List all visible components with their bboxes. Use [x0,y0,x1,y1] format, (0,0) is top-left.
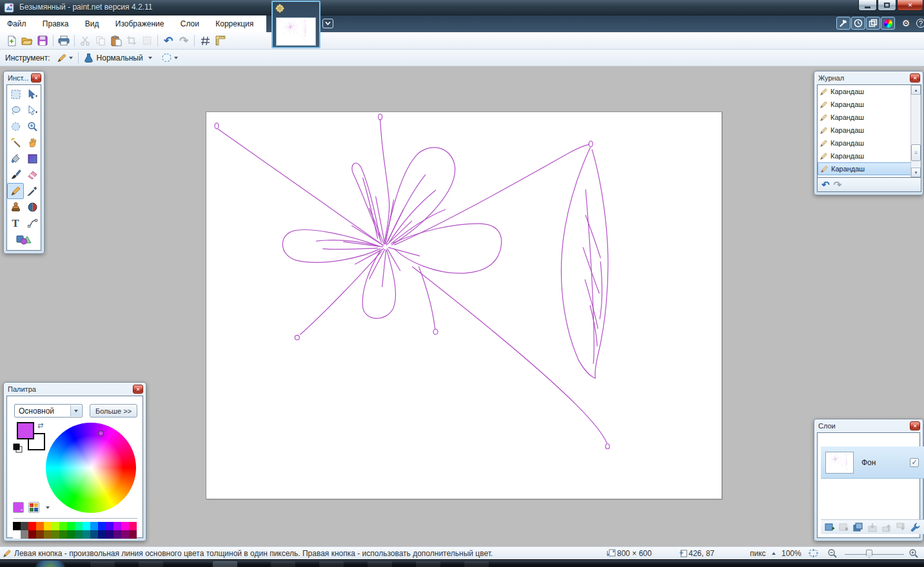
palette-more-button[interactable]: Больше >> [90,404,137,418]
default-colors-icon[interactable] [13,443,23,454]
tool-color-picker[interactable] [24,183,41,199]
color-wheel[interactable] [46,423,136,513]
palette-swatch[interactable] [52,530,59,539]
menu-view[interactable]: Вид [78,15,106,32]
add-recent-color-button[interactable]: + [13,502,24,513]
palette-swatch[interactable] [36,530,44,539]
zoom-slider-thumb[interactable] [866,550,872,558]
palette-swatch[interactable] [75,530,83,539]
tool-move-selection[interactable] [24,102,41,119]
scroll-thumb[interactable]: ≡ [911,144,921,161]
taskbar-app[interactable] [271,561,295,567]
history-undo-button[interactable]: ↶ [821,180,830,189]
history-item[interactable]: Карандаш [818,124,911,137]
image-list-button[interactable] [322,19,333,28]
windows-taskbar[interactable] [0,559,924,567]
maximize-button[interactable] [878,0,896,11]
tool-magic-wand[interactable] [7,135,24,151]
tool-text[interactable]: T [7,215,24,231]
palette-swatch[interactable] [59,522,67,530]
palette-swatch[interactable] [90,522,98,530]
palette-panel-close-button[interactable]: ✕ [133,385,143,394]
menu-edit[interactable]: Правка [35,15,76,32]
add-layer-button[interactable] [823,522,836,533]
history-panel-close-button[interactable]: ✕ [910,73,920,82]
history-item[interactable]: Карандаш [818,149,911,162]
toggle-tools-panel-button[interactable] [836,17,850,30]
blend-mode-dropdown[interactable]: Нормальный [81,52,155,64]
layer-visible-checkbox[interactable]: ✓ [910,458,919,467]
menu-file[interactable]: Файл [0,15,34,32]
tool-rectangle-select[interactable] [7,86,24,102]
save-button[interactable] [35,34,50,48]
scroll-up-button[interactable]: ▲ [911,85,921,95]
palette-swatch[interactable] [113,522,121,530]
history-item[interactable]: Карандаш [818,111,911,124]
palette-swatch[interactable] [21,530,28,539]
swap-colors-icon[interactable]: ⇄ [37,421,43,430]
taskbar-app[interactable] [139,561,163,567]
help-button[interactable]: ? [914,17,924,30]
taskbar-app[interactable] [464,561,489,567]
units-dropdown[interactable]: пикс [750,549,766,558]
history-item[interactable]: Карандаш [818,137,911,149]
delete-layer-button[interactable] [838,522,850,533]
palette-swatch[interactable] [98,522,106,530]
tool-pencil[interactable] [7,183,24,199]
history-redo-button[interactable]: ↷ [834,180,842,189]
history-item-selected[interactable]: Карандаш [818,162,911,175]
recent-colors-button[interactable] [28,502,39,513]
zoom-in-icon[interactable] [909,548,919,559]
palette-swatch[interactable] [83,530,90,539]
history-scrollbar[interactable]: ▲ ≡ ▼ [910,85,921,177]
settings-button[interactable]: ⚙ [899,17,913,30]
grid-button[interactable] [197,34,213,48]
palette-swatch[interactable] [44,530,52,539]
zoom-level-value[interactable]: 100% [781,549,801,558]
drawing-canvas[interactable] [206,111,722,499]
palette-swatch[interactable] [113,530,121,539]
minimize-button[interactable] [858,0,877,11]
tool-zoom[interactable] [24,119,41,135]
tool-paintbrush[interactable] [7,167,24,183]
taskbar-app[interactable] [368,561,392,567]
merge-layer-down-button[interactable] [866,522,878,533]
menu-image[interactable]: Изображение [108,15,172,32]
tools-panel-close-button[interactable]: ✕ [31,73,41,82]
palette-swatch[interactable] [106,530,113,539]
new-file-button[interactable] [4,34,19,48]
layers-panel-close-button[interactable]: ✕ [910,421,920,430]
palette-swatch[interactable] [106,522,113,530]
zoom-slider-track[interactable] [845,554,904,555]
units-dropdown-arrow[interactable] [772,552,776,555]
history-item[interactable]: Карандаш [818,85,911,98]
crop-button[interactable] [124,34,139,48]
tool-line-curve[interactable] [24,215,41,231]
palette-swatch[interactable] [129,522,137,530]
palette-swatch[interactable] [121,522,129,530]
toggle-history-panel-button[interactable] [851,17,865,30]
color-wheel-selector[interactable] [98,430,104,436]
current-tool-dropdown[interactable] [54,52,75,64]
paste-button[interactable] [108,34,124,48]
scroll-down-button[interactable]: ▼ [911,168,921,177]
tool-shapes[interactable] [15,231,32,247]
duplicate-layer-button[interactable] [852,522,864,533]
palette-swatch[interactable] [36,522,44,530]
layer-row-selected[interactable]: Фон ✓ [821,447,924,479]
tool-paint-bucket[interactable] [7,151,24,167]
palette-swatch[interactable] [59,530,67,539]
tool-eraser[interactable] [24,167,41,183]
redo-button[interactable]: ↷ [176,34,192,48]
palette-swatch[interactable] [28,522,36,530]
cut-button[interactable] [77,34,93,48]
palette-swatch[interactable] [121,530,129,539]
palette-mode-select[interactable]: Основной [14,404,83,418]
tool-move-selected-pixels[interactable] [24,86,41,102]
move-layer-up-button[interactable] [881,522,893,533]
tool-lasso-select[interactable] [7,102,24,119]
tool-pan[interactable] [24,135,41,151]
open-button[interactable] [19,34,35,48]
undo-button[interactable]: ↶ [161,34,176,48]
taskbar-app-active[interactable] [213,561,237,567]
